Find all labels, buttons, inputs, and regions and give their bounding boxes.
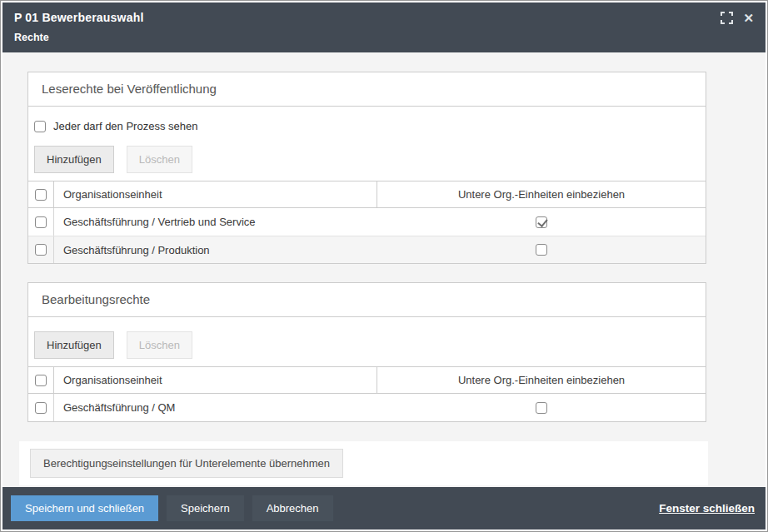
org-unit-name: Geschäftsführung / QM [54,394,377,421]
add-button[interactable]: Hinzufügen [34,331,114,359]
everyone-may-see-checkbox[interactable] [34,121,46,132]
include-sub-units-checkbox[interactable] [536,216,547,228]
column-header-org: Organisationseinheit [54,181,377,207]
table-header-row: Organisationseinheit Untere Org.-Einheit… [28,181,706,208]
delete-button[interactable]: Löschen [127,146,192,173]
edit-rights-table: Organisationseinheit Untere Org.-Einheit… [28,366,706,421]
delete-button[interactable]: Löschen [127,331,192,359]
save-and-close-button[interactable]: Speichern und schließen [11,495,158,521]
close-icon[interactable]: ✕ [743,12,754,24]
section-title: Leserechte bei Veröffentlichung [28,72,706,107]
section-edit-rights: Bearbeitungsrechte Hinzufügen Löschen Or… [27,282,706,422]
select-all-checkbox[interactable] [35,375,47,386]
fullscreen-icon[interactable] [721,12,733,24]
rights-dialog: P 01 Bewerberauswahl ✕ Rechte Leserechte… [0,0,768,532]
row-select-checkbox[interactable] [35,402,47,414]
dialog-title: P 01 Bewerberauswahl [14,11,143,24]
table-row: Geschäftsführung / QM [28,394,706,421]
column-header-include: Untere Org.-Einheiten einbeziehen [377,188,706,201]
row-select-checkbox[interactable] [35,216,47,228]
dialog-content: Leserechte bei Veröffentlichung Jeder da… [2,52,766,487]
column-header-include: Untere Org.-Einheiten einbeziehen [377,374,706,386]
select-all-checkbox[interactable] [35,189,47,201]
org-unit-name: Geschäftsführung / Produktion [54,236,377,263]
everyone-may-see-label: Jeder darf den Prozess sehen [53,120,197,132]
apply-band: Berechtigungseinstellungen für Unterelem… [19,441,708,485]
include-sub-units-checkbox[interactable] [536,402,547,414]
dialog-footer: Speichern und schließen Speichern Abbrec… [2,487,766,530]
dialog-subtitle: Rechte [14,32,754,43]
save-button[interactable]: Speichern [167,495,244,521]
table-row: Geschäftsführung / Produktion [28,236,706,263]
read-rights-table: Organisationseinheit Untere Org.-Einheit… [28,181,706,263]
apply-to-subelements-button[interactable]: Berechtigungseinstellungen für Unterelem… [30,449,343,478]
include-sub-units-checkbox[interactable] [536,244,547,256]
section-read-rights: Leserechte bei Veröffentlichung Jeder da… [27,72,706,264]
close-window-link[interactable]: Fenster schließen [659,502,755,515]
org-unit-name: Geschäftsführung / Vertrieb und Service [54,208,377,236]
dialog-header: P 01 Bewerberauswahl ✕ Rechte [2,2,766,52]
row-select-checkbox[interactable] [35,244,47,256]
table-row: Geschäftsführung / Vertrieb und Service [28,208,706,236]
section-title: Bearbeitungsrechte [28,283,706,317]
cancel-button[interactable]: Abbrechen [252,495,333,521]
add-button[interactable]: Hinzufügen [34,146,114,173]
table-header-row: Organisationseinheit Untere Org.-Einheit… [28,367,706,394]
everyone-may-see-row: Jeder darf den Prozess sehen [34,120,706,132]
column-header-org: Organisationseinheit [54,367,377,393]
